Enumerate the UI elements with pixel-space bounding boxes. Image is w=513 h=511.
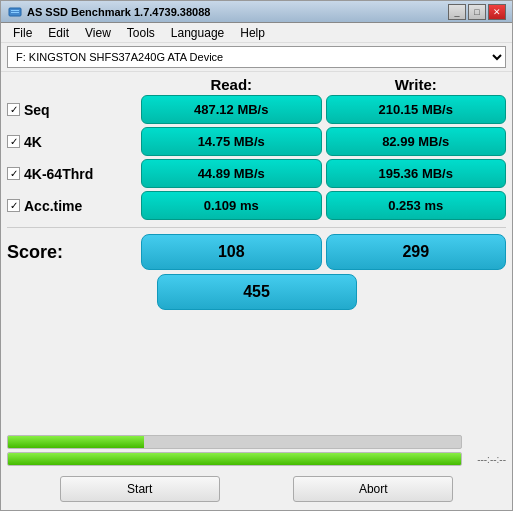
titlebar-left: AS SSD Benchmark 1.7.4739.38088 [7, 4, 210, 20]
bench-checkbox-3[interactable]: ✓ [7, 199, 20, 212]
bench-label-3: Acc.time [24, 198, 82, 214]
progress-bar-2-bg [7, 452, 462, 466]
app-window: AS SSD Benchmark 1.7.4739.38088 _ □ ✕ Fi… [0, 0, 513, 511]
benchmark-rows: ✓ Seq 487.12 MB/s 210.15 MB/s ✓ 4K 14.75… [7, 95, 506, 223]
toolbar: F: KINGSTON SHFS37A240G ATA Device [1, 43, 512, 72]
menu-view[interactable]: View [77, 24, 119, 42]
drive-dropdown[interactable]: F: KINGSTON SHFS37A240G ATA Device [7, 46, 506, 68]
score-total: 455 [157, 274, 357, 310]
progress-bar-2-fill [8, 453, 461, 465]
score-write: 299 [326, 234, 507, 270]
bench-label-cell: ✓ Seq [7, 102, 137, 118]
svg-rect-1 [11, 10, 19, 11]
read-header: Read: [141, 76, 322, 93]
score-read: 108 [141, 234, 322, 270]
titlebar: AS SSD Benchmark 1.7.4739.38088 _ □ ✕ [1, 1, 512, 23]
col-label-header [7, 76, 137, 93]
menu-help[interactable]: Help [232, 24, 273, 42]
progress-bar-1-fill [8, 436, 144, 448]
bench-write-2: 195.36 MB/s [326, 159, 507, 188]
bench-label-cell: ✓ 4K-64Thrd [7, 166, 137, 182]
benchmark-container: Read: Write: ✓ Seq 487.12 MB/s 210.15 MB… [7, 76, 506, 435]
app-icon [7, 4, 23, 20]
titlebar-buttons: _ □ ✕ [448, 4, 506, 20]
bench-write-3: 0.253 ms [326, 191, 507, 220]
bench-label-cell: ✓ 4K [7, 134, 137, 150]
abort-button[interactable]: Abort [293, 476, 453, 502]
bench-row: ✓ 4K 14.75 MB/s 82.99 MB/s [7, 127, 506, 156]
bench-label-0: Seq [24, 102, 50, 118]
score-label: Score: [7, 242, 137, 263]
svg-rect-2 [11, 12, 19, 13]
score-row: Score: 108 299 [7, 234, 506, 270]
bench-write-1: 82.99 MB/s [326, 127, 507, 156]
progress-row-1 [7, 435, 506, 449]
bench-checkbox-0[interactable]: ✓ [7, 103, 20, 116]
score-section: Score: 108 299 455 [7, 227, 506, 316]
bench-write-0: 210.15 MB/s [326, 95, 507, 124]
menu-edit[interactable]: Edit [40, 24, 77, 42]
menu-tools[interactable]: Tools [119, 24, 163, 42]
bench-read-3: 0.109 ms [141, 191, 322, 220]
button-row: Start Abort [7, 472, 506, 506]
close-button[interactable]: ✕ [488, 4, 506, 20]
progress-label-2: ---:--:-- [466, 454, 506, 465]
menu-file[interactable]: File [5, 24, 40, 42]
bench-checkbox-2[interactable]: ✓ [7, 167, 20, 180]
maximize-button[interactable]: □ [468, 4, 486, 20]
main-content: Read: Write: ✓ Seq 487.12 MB/s 210.15 MB… [1, 72, 512, 510]
bench-header-row: Read: Write: [7, 76, 506, 93]
bench-row: ✓ Acc.time 0.109 ms 0.253 ms [7, 191, 506, 220]
write-header: Write: [326, 76, 507, 93]
bench-label-cell: ✓ Acc.time [7, 198, 137, 214]
window-title: AS SSD Benchmark 1.7.4739.38088 [27, 6, 210, 18]
progress-section: ---:--:-- [7, 435, 506, 466]
score-total-row: 455 [7, 274, 506, 310]
menu-language[interactable]: Language [163, 24, 232, 42]
bench-read-0: 487.12 MB/s [141, 95, 322, 124]
menubar: File Edit View Tools Language Help [1, 23, 512, 43]
minimize-button[interactable]: _ [448, 4, 466, 20]
bench-label-2: 4K-64Thrd [24, 166, 93, 182]
bench-read-1: 14.75 MB/s [141, 127, 322, 156]
bench-checkbox-1[interactable]: ✓ [7, 135, 20, 148]
start-button[interactable]: Start [60, 476, 220, 502]
bench-row: ✓ Seq 487.12 MB/s 210.15 MB/s [7, 95, 506, 124]
progress-bar-1-bg [7, 435, 462, 449]
bench-row: ✓ 4K-64Thrd 44.89 MB/s 195.36 MB/s [7, 159, 506, 188]
bench-label-1: 4K [24, 134, 42, 150]
bench-read-2: 44.89 MB/s [141, 159, 322, 188]
progress-row-2: ---:--:-- [7, 452, 506, 466]
